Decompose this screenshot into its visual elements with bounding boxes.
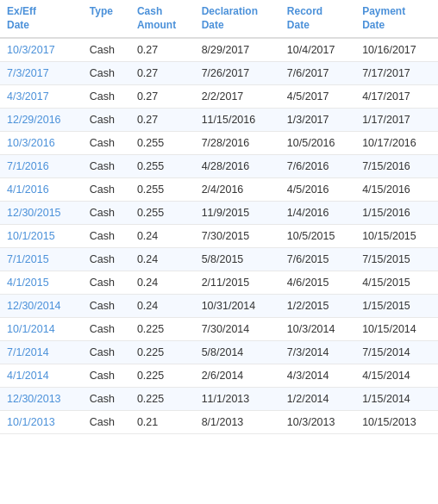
cell-type: Cash — [83, 132, 130, 155]
cell-declaration: 10/31/2014 — [195, 295, 280, 318]
cell-exeff: 10/3/2017 — [0, 38, 83, 62]
cell-type: Cash — [83, 109, 130, 132]
cell-declaration: 2/11/2015 — [195, 271, 280, 295]
table-row: 12/29/2016Cash0.2711/15/20161/3/20171/17… — [0, 109, 438, 132]
cell-payment: 4/15/2016 — [355, 178, 438, 202]
cell-payment: 10/15/2015 — [355, 225, 438, 248]
cell-type: Cash — [83, 271, 130, 295]
table-row: 10/1/2014Cash0.2257/30/201410/3/201410/1… — [0, 318, 438, 341]
cell-declaration: 7/30/2014 — [195, 318, 280, 341]
cell-declaration: 11/1/2013 — [195, 388, 280, 411]
cell-record: 7/6/2016 — [280, 155, 355, 178]
cell-exeff: 10/1/2014 — [0, 318, 83, 341]
cell-record: 1/4/2016 — [280, 202, 355, 225]
table-row: 4/1/2015Cash0.242/11/20154/6/20154/15/20… — [0, 271, 438, 295]
cell-type: Cash — [83, 318, 130, 341]
table-row: 7/1/2014Cash0.2255/8/20147/3/20147/15/20… — [0, 341, 438, 364]
cell-declaration: 11/15/2016 — [195, 109, 280, 132]
cell-payment: 10/15/2014 — [355, 318, 438, 341]
cell-cash: 0.27 — [130, 109, 195, 132]
table-row: 10/3/2017Cash0.278/29/201710/4/201710/16… — [0, 38, 438, 62]
cell-exeff: 7/3/2017 — [0, 62, 83, 85]
cell-cash: 0.225 — [130, 341, 195, 364]
table-row: 4/1/2016Cash0.2552/4/20164/5/20164/15/20… — [0, 178, 438, 202]
cell-exeff: 4/1/2015 — [0, 271, 83, 295]
cell-exeff: 4/1/2014 — [0, 364, 83, 388]
cell-exeff: 12/29/2016 — [0, 109, 83, 132]
cell-record: 10/3/2013 — [280, 411, 355, 434]
cell-declaration: 5/8/2015 — [195, 248, 280, 271]
cell-type: Cash — [83, 411, 130, 434]
cell-record: 10/4/2017 — [280, 38, 355, 62]
cell-record: 7/3/2014 — [280, 341, 355, 364]
cash-amount-header: CashAmount — [130, 0, 195, 38]
cell-type: Cash — [83, 62, 130, 85]
cell-record: 4/3/2014 — [280, 364, 355, 388]
cell-payment: 4/15/2014 — [355, 364, 438, 388]
cell-cash: 0.225 — [130, 364, 195, 388]
cell-cash: 0.255 — [130, 155, 195, 178]
cell-record: 7/6/2017 — [280, 62, 355, 85]
cell-payment: 7/17/2017 — [355, 62, 438, 85]
cell-record: 1/3/2017 — [280, 109, 355, 132]
cell-exeff: 4/3/2017 — [0, 85, 83, 109]
cell-declaration: 4/28/2016 — [195, 155, 280, 178]
cell-exeff: 7/1/2014 — [0, 341, 83, 364]
cell-declaration: 2/4/2016 — [195, 178, 280, 202]
cell-type: Cash — [83, 85, 130, 109]
cell-record: 1/2/2015 — [280, 295, 355, 318]
table-row: 7/1/2015Cash0.245/8/20157/6/20157/15/201… — [0, 248, 438, 271]
cell-declaration: 5/8/2014 — [195, 341, 280, 364]
cell-declaration: 8/1/2013 — [195, 411, 280, 434]
cell-exeff: 10/1/2015 — [0, 225, 83, 248]
cell-declaration: 11/9/2015 — [195, 202, 280, 225]
cell-cash: 0.21 — [130, 411, 195, 434]
cell-cash: 0.225 — [130, 318, 195, 341]
exeff-date-header: Ex/EffDate — [0, 0, 83, 38]
cell-declaration: 7/30/2015 — [195, 225, 280, 248]
cell-record: 10/3/2014 — [280, 318, 355, 341]
cell-cash: 0.225 — [130, 388, 195, 411]
declaration-date-header: DeclarationDate — [195, 0, 280, 38]
type-header: Type — [83, 0, 130, 38]
cell-type: Cash — [83, 248, 130, 271]
table-row: 10/3/2016Cash0.2557/28/201610/5/201610/1… — [0, 132, 438, 155]
cell-exeff: 12/30/2014 — [0, 295, 83, 318]
cell-type: Cash — [83, 155, 130, 178]
cell-declaration: 7/28/2016 — [195, 132, 280, 155]
dividends-table: Ex/EffDate Type CashAmount DeclarationDa… — [0, 0, 438, 434]
cell-cash: 0.24 — [130, 225, 195, 248]
cell-type: Cash — [83, 178, 130, 202]
cell-declaration: 2/2/2017 — [195, 85, 280, 109]
cell-type: Cash — [83, 225, 130, 248]
cell-record: 4/5/2017 — [280, 85, 355, 109]
cell-record: 4/5/2016 — [280, 178, 355, 202]
cell-declaration: 7/26/2017 — [195, 62, 280, 85]
table-row: 12/30/2015Cash0.25511/9/20151/4/20161/15… — [0, 202, 438, 225]
cell-declaration: 8/29/2017 — [195, 38, 280, 62]
cell-type: Cash — [83, 364, 130, 388]
cell-record: 7/6/2015 — [280, 248, 355, 271]
cell-cash: 0.24 — [130, 295, 195, 318]
cell-cash: 0.255 — [130, 202, 195, 225]
cell-type: Cash — [83, 388, 130, 411]
cell-type: Cash — [83, 341, 130, 364]
table-row: 12/30/2014Cash0.2410/31/20141/2/20151/15… — [0, 295, 438, 318]
table-row: 4/1/2014Cash0.2252/6/20144/3/20144/15/20… — [0, 364, 438, 388]
cell-payment: 1/15/2016 — [355, 202, 438, 225]
cell-payment: 4/17/2017 — [355, 85, 438, 109]
table-row: 10/1/2015Cash0.247/30/201510/5/201510/15… — [0, 225, 438, 248]
cell-type: Cash — [83, 202, 130, 225]
cell-payment: 1/17/2017 — [355, 109, 438, 132]
table-header-row: Ex/EffDate Type CashAmount DeclarationDa… — [0, 0, 438, 38]
cell-payment: 7/15/2015 — [355, 248, 438, 271]
table-row: 12/30/2013Cash0.22511/1/20131/2/20141/15… — [0, 388, 438, 411]
cell-record: 10/5/2016 — [280, 132, 355, 155]
cell-payment: 4/15/2015 — [355, 271, 438, 295]
cell-record: 1/2/2014 — [280, 388, 355, 411]
cell-exeff: 4/1/2016 — [0, 178, 83, 202]
table-row: 4/3/2017Cash0.272/2/20174/5/20174/17/201… — [0, 85, 438, 109]
cell-record: 10/5/2015 — [280, 225, 355, 248]
cell-cash: 0.255 — [130, 178, 195, 202]
cell-exeff: 10/1/2013 — [0, 411, 83, 434]
